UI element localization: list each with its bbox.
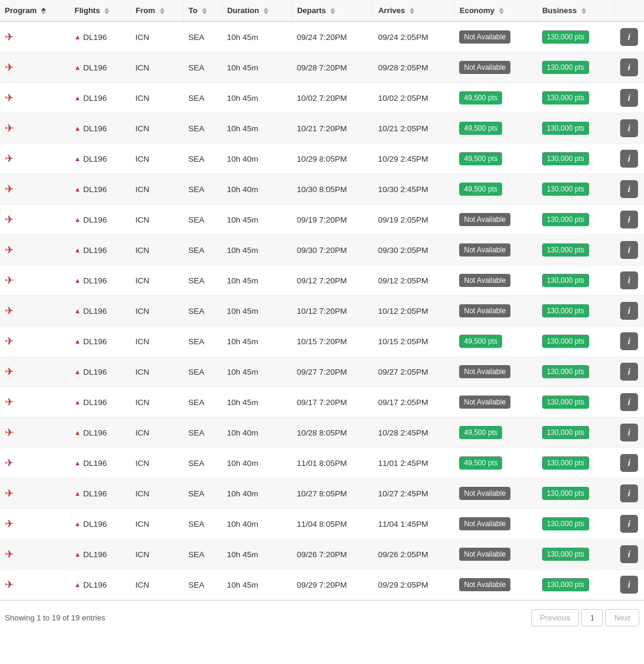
arrives-cell: 10/27 2:45PM <box>373 478 454 509</box>
info-button[interactable]: i <box>620 515 638 533</box>
business-cell: 130,000 pts <box>537 509 614 539</box>
from-cell: ICN <box>131 52 184 83</box>
next-button[interactable]: Next <box>605 609 639 626</box>
delta-icon: ▲ <box>75 155 81 162</box>
economy-cell: Not Available <box>454 478 537 509</box>
business-cell: 130,000 pts <box>537 570 614 600</box>
col-economy[interactable]: Economy <box>454 0 537 21</box>
info-button[interactable]: i <box>620 150 638 168</box>
info-button[interactable]: i <box>620 28 638 46</box>
flight-cell: ▲DL196 <box>70 509 131 539</box>
economy-badge: Not Available <box>459 396 510 409</box>
flight-number: DL196 <box>83 33 107 42</box>
info-button[interactable]: i <box>620 576 638 594</box>
from-cell: ICN <box>131 144 184 174</box>
economy-cell: 49,500 pts <box>454 326 537 357</box>
business-cell: 130,000 pts <box>537 21 614 52</box>
flight-cell: ▲DL196 <box>70 205 131 235</box>
sort-to-icon <box>202 8 207 14</box>
economy-badge: Not Available <box>459 30 510 44</box>
info-button[interactable]: i <box>620 211 638 228</box>
col-flights[interactable]: Flights <box>70 0 131 21</box>
col-to[interactable]: To <box>184 0 222 21</box>
table-row: ✈▲DL196ICNSEA10h 40m10/29 8:05PM10/29 2:… <box>0 144 644 174</box>
sort-departs-icon <box>330 8 335 14</box>
to-cell: SEA <box>184 265 222 296</box>
program-airline-icon: ✈ <box>5 487 14 499</box>
info-button[interactable]: i <box>620 424 638 441</box>
program-cell: ✈ <box>0 205 70 235</box>
departs-cell: 10/29 8:05PM <box>292 144 373 174</box>
program-airline-icon: ✈ <box>5 244 14 256</box>
col-duration[interactable]: Duration <box>222 0 292 21</box>
business-cell: 130,000 pts <box>537 418 614 448</box>
table-row: ✈▲DL196ICNSEA10h 45m09/29 7:20PM09/29 2:… <box>0 570 644 600</box>
business-badge: 130,000 pts <box>542 517 589 530</box>
flight-number: DL196 <box>83 398 107 407</box>
info-button[interactable]: i <box>620 58 638 76</box>
previous-button[interactable]: Previous <box>531 609 580 626</box>
economy-cell: 49,500 pts <box>454 113 537 144</box>
program-cell: ✈ <box>0 478 70 509</box>
flight-cell: ▲DL196 <box>70 448 131 478</box>
info-cell: i <box>614 509 644 539</box>
sort-flights-icon <box>104 8 109 14</box>
business-badge: 130,000 pts <box>542 91 589 104</box>
business-cell: 130,000 pts <box>537 205 614 235</box>
info-button[interactable]: i <box>620 545 638 563</box>
flight-number: DL196 <box>83 520 107 529</box>
duration-cell: 10h 45m <box>222 265 292 296</box>
from-cell: ICN <box>131 205 184 235</box>
table-row: ✈▲DL196ICNSEA10h 45m09/27 7:20PM09/27 2:… <box>0 357 644 387</box>
business-badge: 130,000 pts <box>542 243 589 257</box>
flight-cell: ▲DL196 <box>70 144 131 174</box>
info-button[interactable]: i <box>620 332 638 350</box>
business-cell: 130,000 pts <box>537 113 614 144</box>
info-button[interactable]: i <box>620 119 638 137</box>
info-button[interactable]: i <box>620 89 638 107</box>
col-arrives[interactable]: Arrives <box>373 0 454 21</box>
flight-cell: ▲DL196 <box>70 478 131 509</box>
page-number: 1 <box>581 609 603 626</box>
col-program[interactable]: Program <box>0 0 70 21</box>
arrives-cell: 09/26 2:05PM <box>373 539 454 570</box>
arrives-cell: 10/21 2:05PM <box>373 113 454 144</box>
flight-cell: ▲DL196 <box>70 357 131 387</box>
business-badge: 130,000 pts <box>542 365 589 378</box>
info-button[interactable]: i <box>620 454 638 472</box>
info-button[interactable]: i <box>620 363 638 381</box>
table-row: ✈▲DL196ICNSEA10h 45m09/24 7:20PM09/24 2:… <box>0 21 644 52</box>
to-cell: SEA <box>184 174 222 205</box>
economy-cell: 49,500 pts <box>454 174 537 205</box>
delta-icon: ▲ <box>75 581 81 588</box>
duration-cell: 10h 45m <box>222 205 292 235</box>
business-cell: 130,000 pts <box>537 144 614 174</box>
duration-cell: 10h 40m <box>222 144 292 174</box>
info-cell: i <box>614 539 644 570</box>
flight-number: DL196 <box>83 94 107 103</box>
from-cell: ICN <box>131 83 184 113</box>
sort-business-icon <box>581 8 586 14</box>
col-from[interactable]: From <box>131 0 184 21</box>
flight-cell: ▲DL196 <box>70 113 131 144</box>
info-button[interactable]: i <box>620 393 638 411</box>
info-button[interactable]: i <box>620 180 638 198</box>
flight-cell: ▲DL196 <box>70 21 131 52</box>
col-business[interactable]: Business <box>537 0 614 21</box>
info-button[interactable]: i <box>620 241 638 259</box>
sort-from-icon <box>160 8 165 14</box>
info-cell: i <box>614 570 644 600</box>
duration-cell: 10h 40m <box>222 174 292 205</box>
info-cell: i <box>614 265 644 296</box>
to-cell: SEA <box>184 387 222 418</box>
col-departs[interactable]: Departs <box>292 0 373 21</box>
info-button[interactable]: i <box>620 302 638 320</box>
pagination: Previous 1 Next <box>531 609 639 626</box>
economy-cell: Not Available <box>454 21 537 52</box>
from-cell: ICN <box>131 509 184 539</box>
info-button[interactable]: i <box>620 484 638 502</box>
from-cell: ICN <box>131 296 184 326</box>
info-button[interactable]: i <box>620 271 638 289</box>
flight-cell: ▲DL196 <box>70 52 131 83</box>
economy-cell: Not Available <box>454 296 537 326</box>
